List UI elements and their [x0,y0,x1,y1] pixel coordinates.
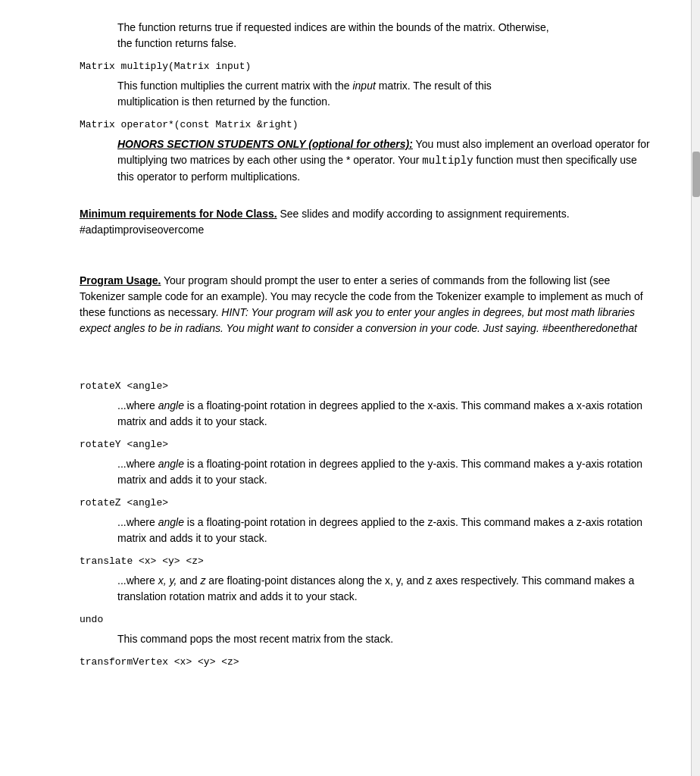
matrix-operator-signature: Matrix operator*(const Matrix &right) [80,119,653,130]
program-usage: Program Usage. Your program should promp… [80,273,653,336]
rotatez-signature: rotateZ <angle> [80,497,653,508]
minimum-requirements: Minimum requirements for Node Class. See… [80,206,653,238]
rotatey-signature: rotateY <angle> [80,439,653,450]
matrix-multiply-signature: Matrix multiply(Matrix input) [80,61,653,72]
rotatez-desc: ...where angle is a floating-point rotat… [117,515,653,546]
page-container: The function returns true if requested i… [0,0,700,776]
matrix-operator-desc: HONORS SECTION STUDENTS ONLY (optional f… [117,136,653,185]
intro-line2: the function returns false. [117,37,236,49]
transformvertex-signature: transformVertex <x> <y> <z> [80,656,653,668]
rotatey-desc: ...where angle is a floating-point rotat… [117,456,653,488]
scrollbar-thumb[interactable] [692,152,700,197]
rotatex-desc: ...where angle is a floating-point rotat… [117,398,653,430]
scrollbar[interactable] [691,0,700,776]
translate-desc: ...where x, y, and z are floating-point … [117,573,653,605]
intro-line1: The function returns true if requested i… [117,21,549,33]
intro-text: The function returns true if requested i… [117,20,653,52]
undo-signature: undo [80,614,653,625]
rotatex-signature: rotateX <angle> [80,380,653,392]
translate-signature: translate <x> <y> <z> [80,555,653,567]
main-content: The function returns true if requested i… [0,12,691,681]
matrix-multiply-desc: This function multiplies the current mat… [117,78,653,110]
undo-desc: This command pops the most recent matrix… [117,631,653,647]
